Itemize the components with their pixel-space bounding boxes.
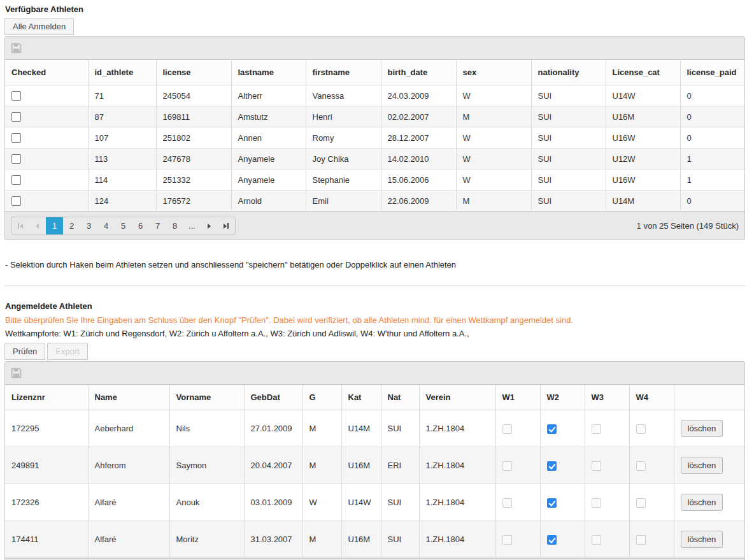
available-table: Checkedid_athletelicenselastnamefirstnam… [5, 60, 744, 212]
next-page-button[interactable] [201, 217, 218, 234]
cell-g: W [302, 484, 341, 521]
table-row[interactable]: 87169811AmstutzHenri02.02.2007MSUIU16M0 [5, 106, 744, 127]
cell-g: M [302, 410, 341, 447]
w4-checkbox [636, 498, 646, 508]
table-row[interactable]: 172295AeberhardNils27.01.2009MU14MSUI1.Z… [5, 410, 744, 447]
w1-checkbox [502, 424, 512, 434]
cell-lizenznr: 172295 [5, 410, 88, 447]
w3-checkbox [592, 498, 601, 508]
page-button-4[interactable]: 4 [97, 217, 115, 234]
page-button-1[interactable]: 1 [46, 217, 63, 234]
cell-birth_date: 28.12.2007 [381, 127, 456, 148]
page-button-3[interactable]: 3 [80, 217, 97, 234]
cell-checked [5, 169, 88, 190]
cell-w1 [495, 521, 540, 558]
alle-anmelden-button[interactable]: Alle Anmelden [4, 18, 74, 35]
cell-license_cat: U16W [606, 127, 680, 148]
cell-license_cat: U14W [606, 85, 680, 106]
registered-header-row: LizenznrNameVornameGebDatGKatNatVereinW1… [5, 385, 744, 410]
cell-verein: 1.ZH.1804 [419, 447, 495, 484]
cell-sex: M [456, 190, 531, 212]
cell-firstname: Vanessa [306, 85, 381, 106]
export-button: Export [47, 343, 88, 360]
column-header-vorname: Vorname [169, 385, 244, 410]
cell-id_athlete: 114 [88, 169, 156, 190]
page-button-2[interactable]: 2 [63, 217, 80, 234]
row-checkbox[interactable] [11, 196, 21, 206]
cell-w2 [540, 484, 585, 521]
row-checkbox[interactable] [11, 112, 21, 122]
registered-section: Angemeldete Athleten Bitte überprüfen Si… [4, 301, 745, 560]
cell-checked [5, 85, 88, 106]
available-section: Verfügbare Athleten Alle Anmelden Checke… [4, 4, 745, 240]
cell-w4 [629, 447, 674, 484]
row-checkbox[interactable] [11, 175, 21, 185]
cell-g: M [302, 521, 341, 558]
cell-checked [5, 127, 88, 148]
cell-license_paid: 0 [680, 190, 744, 212]
column-header-sex: sex [456, 60, 531, 85]
cell-verein: 1.ZH.1804 [419, 484, 495, 521]
cell-nat: SUI [381, 410, 419, 447]
cell-nationality: SUI [531, 106, 606, 127]
cell-vorname: Saymon [169, 447, 244, 484]
table-row[interactable]: 249891AhferomSaymon20.04.2007MU16MERI1.Z… [5, 447, 744, 484]
cell-id_athlete: 71 [88, 85, 156, 106]
column-header-w4: W4 [629, 385, 674, 410]
pruefen-button[interactable]: Prüfen [4, 343, 45, 360]
delete-button[interactable]: löschen [681, 457, 723, 474]
table-row[interactable]: 114251332AnyameleStephanie15.06.2006WSUI… [5, 169, 744, 190]
cell-nationality: SUI [531, 85, 606, 106]
cell-nat: SUI [381, 484, 419, 521]
delete-button[interactable]: löschen [681, 494, 723, 511]
row-checkbox[interactable] [11, 154, 21, 164]
cell-firstname: Stephanie [306, 169, 381, 190]
cell-actions: löschen [674, 410, 744, 447]
column-header-lastname: lastname [231, 60, 306, 85]
delete-button[interactable]: löschen [681, 531, 723, 548]
cell-checked [5, 148, 88, 169]
table-row[interactable]: 107251802AnnenRomy28.12.2007WSUIU16W0 [5, 127, 744, 148]
cell-vorname: Anouk [169, 484, 244, 521]
cell-checked [5, 106, 88, 127]
available-title: Verfügbare Athleten [5, 4, 745, 14]
cell-name: Alfaré [88, 484, 169, 521]
page-button-5[interactable]: 5 [115, 217, 132, 234]
table-row[interactable]: 113247678AnyameleJoy Chika14.02.2010WSUI… [5, 148, 744, 169]
registered-toolbar [5, 362, 744, 385]
column-header-birth_date: birth_date [381, 60, 456, 85]
table-row[interactable]: 124176572ArnoldEmil22.06.2009MSUIU14M0 [5, 190, 744, 212]
column-header-w1: W1 [495, 385, 540, 410]
pager-buttons: 12345678... [11, 217, 236, 235]
cell-birth_date: 14.02.2010 [381, 148, 456, 169]
page-button-8[interactable]: 8 [166, 217, 183, 234]
page-button-6[interactable]: 6 [132, 217, 149, 234]
cell-sex: W [456, 85, 531, 106]
w2-checkbox [547, 498, 557, 508]
row-checkbox[interactable] [11, 91, 21, 101]
page-button-7[interactable]: 7 [149, 217, 166, 234]
more-pages-button[interactable]: ... [183, 217, 201, 234]
cell-w1 [495, 484, 540, 521]
cell-license: 251802 [156, 127, 231, 148]
w1-checkbox [502, 461, 512, 471]
cell-w4 [629, 521, 674, 558]
cell-actions: löschen [674, 447, 744, 484]
save-icon [11, 43, 22, 54]
delete-button[interactable]: löschen [681, 420, 723, 437]
cell-w3 [585, 410, 629, 447]
w1-checkbox [502, 498, 512, 508]
table-row[interactable]: 172326AlfaréAnouk03.01.2009WU14WSUI1.ZH.… [5, 484, 744, 521]
available-toolbar [5, 37, 744, 60]
cell-name: Alfaré [88, 521, 169, 558]
cell-license: 251332 [156, 169, 231, 190]
cell-actions: löschen [674, 521, 744, 558]
column-header-gebdat: GebDat [244, 385, 302, 410]
row-checkbox[interactable] [11, 133, 21, 143]
table-row[interactable]: 174411AlfaréMoritz31.03.2007MU16MSUI1.ZH… [5, 521, 744, 558]
w1-checkbox [502, 535, 512, 545]
last-page-button[interactable] [218, 217, 235, 234]
cell-license_cat: U14M [606, 190, 680, 212]
registered-table: LizenznrNameVornameGebDatGKatNatVereinW1… [5, 385, 744, 558]
table-row[interactable]: 71245054AltherrVanessa24.03.2009WSUIU14W… [5, 85, 744, 106]
